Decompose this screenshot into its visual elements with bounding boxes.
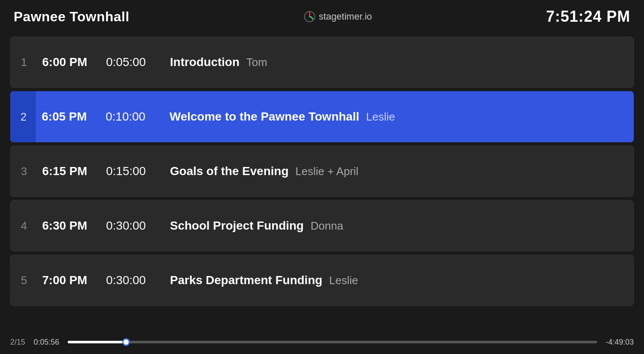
- item-speaker: Leslie: [329, 274, 358, 287]
- item-duration: 0:30:00: [106, 273, 170, 287]
- item-title: Goals of the Evening: [170, 164, 288, 178]
- agenda-list: 1 6:00 PM 0:05:00 Introduction Tom 2 6:0…: [0, 33, 644, 330]
- item-title: Introduction: [170, 55, 239, 69]
- item-title: Parks Department Funding: [170, 273, 322, 287]
- elapsed-time: 0:05:56: [34, 338, 59, 347]
- progress-bar-track[interactable]: [68, 341, 597, 343]
- item-speaker: Tom: [246, 56, 267, 69]
- item-number: 5: [21, 274, 42, 287]
- item-duration: 0:05:00: [106, 55, 170, 69]
- agenda-item-4[interactable]: 4 6:30 PM 0:30:00 School Project Funding…: [10, 200, 634, 251]
- item-duration: 0:15:00: [106, 164, 170, 178]
- slide-counter: 2/15: [10, 338, 25, 347]
- item-speaker: Leslie: [366, 110, 395, 124]
- item-number: 1: [21, 56, 42, 69]
- header: Pawnee Townhall stagetimer.io 7:51:24 PM: [0, 0, 644, 33]
- brand-name-text: stagetimer: [319, 11, 362, 22]
- item-duration: 0:10:00: [106, 110, 170, 124]
- stagetimer-icon: [304, 11, 316, 23]
- item-speaker: Leslie + April: [295, 165, 358, 178]
- agenda-item-5[interactable]: 5 7:00 PM 0:30:00 Parks Department Fundi…: [10, 255, 634, 306]
- item-duration: 0:30:00: [106, 219, 170, 233]
- item-title: School Project Funding: [170, 219, 304, 233]
- item-title: Welcome to the Pawnee Townhall: [170, 110, 359, 124]
- item-time: 7:00 PM: [42, 273, 106, 287]
- item-number: 4: [21, 219, 42, 233]
- progress-fill: [68, 341, 126, 343]
- item-time: 6:30 PM: [42, 219, 106, 233]
- current-time: 7:51:24 PM: [546, 8, 630, 26]
- footer: 2/15 0:05:56 -4:49:03: [0, 330, 644, 354]
- progress-thumb[interactable]: [122, 338, 130, 346]
- item-speaker: Donna: [310, 219, 343, 233]
- agenda-item-2[interactable]: 2 6:05 PM 0:10:00 Welcome to the Pawnee …: [10, 91, 634, 142]
- page-title: Pawnee Townhall: [14, 9, 129, 25]
- item-number: 2: [20, 110, 42, 124]
- brand-logo-area: stagetimer.io: [304, 11, 372, 23]
- remaining-time: -4:49:03: [606, 338, 634, 347]
- agenda-item-3[interactable]: 3 6:15 PM 0:15:00 Goals of the Evening L…: [10, 146, 634, 197]
- agenda-item-1[interactable]: 1 6:00 PM 0:05:00 Introduction Tom: [10, 37, 634, 88]
- brand-name: stagetimer.io: [319, 11, 372, 22]
- item-number: 3: [21, 165, 42, 178]
- item-time: 6:05 PM: [42, 110, 106, 124]
- item-time: 6:00 PM: [42, 55, 106, 69]
- item-time: 6:15 PM: [42, 164, 106, 178]
